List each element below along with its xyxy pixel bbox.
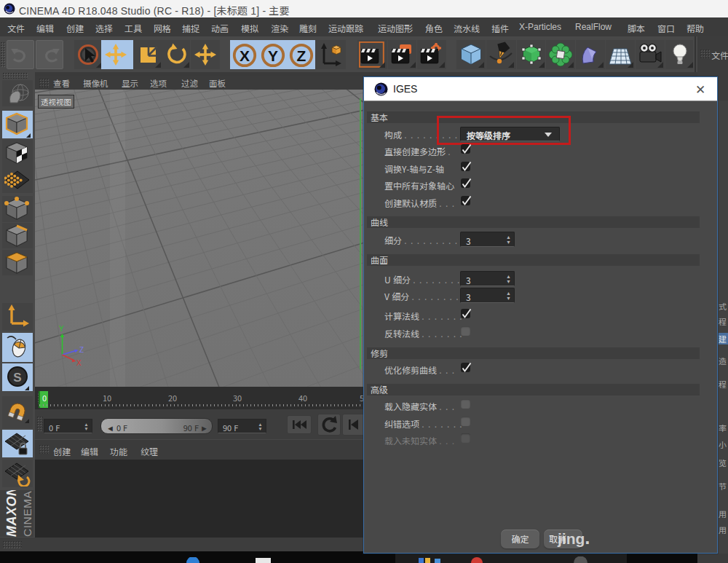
svg-text:CINEMA: CINEMA: [21, 491, 33, 537]
svg-text:Y: Y: [59, 325, 64, 333]
svg-text:Z: Z: [79, 346, 84, 354]
svg-text:Z: Z: [297, 47, 306, 64]
svg-text:Y: Y: [268, 47, 278, 64]
svg-text:X: X: [240, 47, 250, 64]
svg-text:S: S: [13, 371, 21, 385]
svg-text:X: X: [76, 359, 82, 367]
svg-text:MAXON: MAXON: [4, 490, 19, 537]
